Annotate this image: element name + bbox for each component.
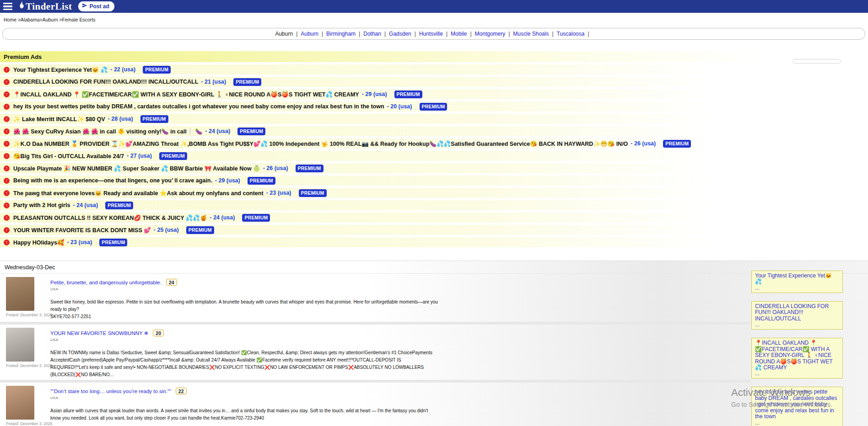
listing-country: USA xyxy=(50,287,439,291)
premium-ad-meta: - 29 (usa) xyxy=(362,91,387,97)
premium-badge[interactable]: PREMIUM xyxy=(99,239,127,246)
listing-row: Posted: December 3, 2025 "“Don’t stare t… xyxy=(0,383,868,426)
premium-badge[interactable]: PREMIUM xyxy=(296,165,323,172)
premium-badge[interactable]: PREMIUM xyxy=(242,214,270,222)
premium-ad-title[interactable]: ✨ Lake Merritt INCALL✨ $80 QV xyxy=(13,116,105,122)
premium-ad-row[interactable]: ↑ Being with me is an experience—one tha… xyxy=(0,176,868,186)
premium-badge[interactable]: PREMIUM xyxy=(143,66,171,74)
premium-ad-title[interactable]: Your Tightest Experience Yet🐱 💦 xyxy=(13,66,108,73)
premium-ad-row[interactable]: ↑ Your Tightest Experience Yet🐱 💦 - 22 (… xyxy=(0,64,868,75)
listings-list: Posted: December 3, 2025 Petite, brunett… xyxy=(0,274,868,426)
premium-ad-row[interactable]: ↑ Happy HOlidays🥰 - 23 (usa) PREMIUM xyxy=(0,237,868,247)
premium-ad-title[interactable]: 🌺 🌺 Sexy CuRvy Asian 🌺 🌺 in call 🐥 visit… xyxy=(13,128,202,135)
city-link[interactable]: Birmingham xyxy=(326,31,356,37)
premium-ad-title[interactable]: 📍INCALL OAKLAND 📍 ✅FACETIME/CAR✅ WITH A … xyxy=(13,91,359,98)
premium-ads-section: Premium Ads ↑ Your Tightest Experience Y… xyxy=(0,51,868,247)
description-line: Asian allure with curves that speak loud… xyxy=(50,407,439,422)
city-link[interactable]: Montgomery xyxy=(475,31,506,37)
up-arrow-icon: ↑ xyxy=(4,67,10,73)
city-separator: | xyxy=(296,31,297,37)
premium-ad-row[interactable]: ↑ 😘Big Tits Girl - OUTCALL Available 24/… xyxy=(0,151,868,161)
brand-logo[interactable]: TinderList xyxy=(18,1,72,12)
premium-ad-row[interactable]: ↑ Upscale Playmate 🎉 NEW NUMBER 💦 Super … xyxy=(0,163,868,173)
sidebar-ad-ellipsis: ... xyxy=(755,371,839,376)
sidebar-premium-card[interactable]: 📍INCALL OAKLAND 📍 ✅FACETIME/CAR✅ WITH A … xyxy=(751,338,843,378)
city-link[interactable]: Gadsden xyxy=(389,31,411,37)
premium-ad-row[interactable]: ↑ Party with 2 Hot girls - 24 (usa) PREM… xyxy=(0,200,868,210)
sidebar-ad-link[interactable]: hey its your best wettes petite baby DRE… xyxy=(755,389,839,420)
premium-ad-title[interactable]: Upscale Playmate 🎉 NEW NUMBER 💦 Super So… xyxy=(13,165,260,172)
premium-badge[interactable]: PREMIUM xyxy=(663,140,691,148)
city-separator: | xyxy=(446,31,447,37)
city-link[interactable]: Dothan xyxy=(363,31,381,37)
premium-ad-title[interactable]: hey its your best wettes petite baby DRE… xyxy=(13,103,384,110)
premium-badge[interactable]: PREMIUM xyxy=(299,189,327,197)
listing-photo[interactable] xyxy=(6,277,34,311)
premium-ad-row[interactable]: ↑ ✨K.O Daa NUMBER 🏅 PROVIDER ⌛✨💕AMAZING … xyxy=(0,138,868,149)
paper-plane-icon xyxy=(82,3,87,10)
up-arrow-icon: ↑ xyxy=(4,178,10,184)
sidebar-ad-link[interactable]: Your Tightest Experience Yet🐱 💦 xyxy=(755,273,839,285)
premium-ad-row[interactable]: ↑ 📍INCALL OAKLAND 📍 ✅FACETIME/CAR✅ WITH … xyxy=(0,89,868,99)
post-ad-button[interactable]: Post ad xyxy=(78,1,114,11)
premium-badge[interactable]: PREMIUM xyxy=(186,226,214,234)
city-link[interactable]: Huntsville xyxy=(419,31,443,37)
premium-ad-title[interactable]: ✨K.O Daa NUMBER 🏅 PROVIDER ⌛✨💕AMAZING Th… xyxy=(13,140,628,147)
up-arrow-icon: ↑ xyxy=(4,190,10,196)
premium-ad-row[interactable]: ↑ YOUR WINTER FAVORITE IS BACK DONT MISS… xyxy=(0,225,868,235)
premium-ad-title[interactable]: YOUR WINTER FAVORITE IS BACK DONT MISS 💕 xyxy=(13,227,151,234)
sidebar-premium-card[interactable]: Your Tightest Experience Yet🐱 💦 ... xyxy=(751,271,843,293)
city-current: Auburn xyxy=(275,31,293,37)
sidebar-premium-card[interactable]: CINDERELLA LOOKING FOR FUN!!! OAKLAND!!!… xyxy=(751,301,843,330)
premium-badge[interactable]: PREMIUM xyxy=(394,91,422,98)
premium-badge[interactable]: PREMIUM xyxy=(420,103,447,111)
premium-ad-row[interactable]: ↑ CINDERELLA LOOKING FOR FUN!!! OAKLAND!… xyxy=(0,77,868,87)
premium-ad-meta: - 24 (usa) xyxy=(205,128,230,134)
listing-country: USA xyxy=(50,338,439,342)
premium-ad-title[interactable]: The pawg that everyone loves🐱 Ready and … xyxy=(13,190,264,197)
premium-badge[interactable]: PREMIUM xyxy=(140,115,168,123)
description-line: NEW IN TOWNMy name is Dallas !Seductive,… xyxy=(50,349,439,378)
posted-date: Posted: December 3, 2025 xyxy=(6,363,35,368)
breadcrumb: Home >Alabama>Auburn >Female Escorts xyxy=(4,17,95,22)
premium-ad-row[interactable]: ↑ hey its your best wettes petite baby D… xyxy=(0,101,868,112)
premium-badge[interactable]: PREMIUM xyxy=(237,128,265,135)
premium-ad-meta: - 28 (usa) xyxy=(108,116,133,122)
listing-title-link[interactable]: "“Don’t stare too long… unless you’re re… xyxy=(50,389,171,394)
premium-badge[interactable]: PREMIUM xyxy=(105,202,133,209)
listing-photo[interactable] xyxy=(6,386,34,420)
floating-horizontal-scrollbar[interactable] xyxy=(793,59,841,64)
premium-ad-title[interactable]: Happy HOlidays🥰 xyxy=(13,239,64,246)
premium-ad-row[interactable]: ↑ The pawg that everyone loves🐱 Ready an… xyxy=(0,188,868,198)
city-separator: | xyxy=(470,31,471,37)
sidebar-ad-link[interactable]: CINDERELLA LOOKING FOR FUN!!! OAKLAND!!!… xyxy=(755,304,839,322)
premium-ad-row[interactable]: ↑ PLEASANTON OUTCALLS !! SEXY KOREAN💋 TH… xyxy=(0,213,868,223)
premium-ad-meta: - 24 (usa) xyxy=(73,202,98,208)
listing-description: NEW IN TOWNMy name is Dallas !Seductive,… xyxy=(50,349,439,378)
sidebar-ad-ellipsis: ... xyxy=(755,285,839,291)
premium-ad-row[interactable]: ↑ 🌺 🌺 Sexy CuRvy Asian 🌺 🌺 in call 🐥 vis… xyxy=(0,126,868,136)
city-link[interactable]: Tuscaloosa xyxy=(557,31,585,37)
premium-ad-title[interactable]: Being with me is an experience—one that … xyxy=(13,177,212,184)
premium-ad-meta: - 21 (usa) xyxy=(201,79,226,85)
premium-ad-title[interactable]: Party with 2 Hot girls xyxy=(13,202,70,208)
sidebar-premium-card[interactable]: hey its your best wettes petite baby DRE… xyxy=(751,387,843,426)
menu-icon[interactable] xyxy=(3,2,13,11)
premium-ad-row[interactable]: ↑ ✨ Lake Merritt INCALL✨ $80 QV - 28 (us… xyxy=(0,114,868,124)
premium-badge[interactable]: PREMIUM xyxy=(159,152,187,160)
listing-title-link[interactable]: YOUR NEW FAVORITE SNOWBUNNY ❄ xyxy=(50,330,148,336)
posted-date: Posted: December 3, 2025 xyxy=(6,313,35,317)
premium-ad-title[interactable]: PLEASANTON OUTCALLS !! SEXY KOREAN💋 THIC… xyxy=(13,214,207,221)
sidebar-ad-link[interactable]: 📍INCALL OAKLAND 📍 ✅FACETIME/CAR✅ WITH A … xyxy=(755,340,839,371)
city-link[interactable]: Mobile xyxy=(451,31,467,37)
city-separator: | xyxy=(415,31,416,37)
premium-ad-title[interactable]: CINDERELLA LOOKING FOR FUN!!! OAKLAND!!!… xyxy=(13,79,198,85)
listing-title-link[interactable]: Petite, brunette, and dangerously unforg… xyxy=(50,280,162,285)
premium-badge[interactable]: PREMIUM xyxy=(248,177,275,185)
listing-photo[interactable] xyxy=(6,328,34,362)
premium-ad-title[interactable]: 😘Big Tits Girl - OUTCALL Available 24/7 xyxy=(13,153,124,160)
premium-ad-meta: - 25 (usa) xyxy=(154,227,179,233)
city-link[interactable]: Muscle Shoals xyxy=(513,31,549,37)
city-link[interactable]: Auburn xyxy=(301,31,318,37)
premium-badge[interactable]: PREMIUM xyxy=(233,78,261,86)
